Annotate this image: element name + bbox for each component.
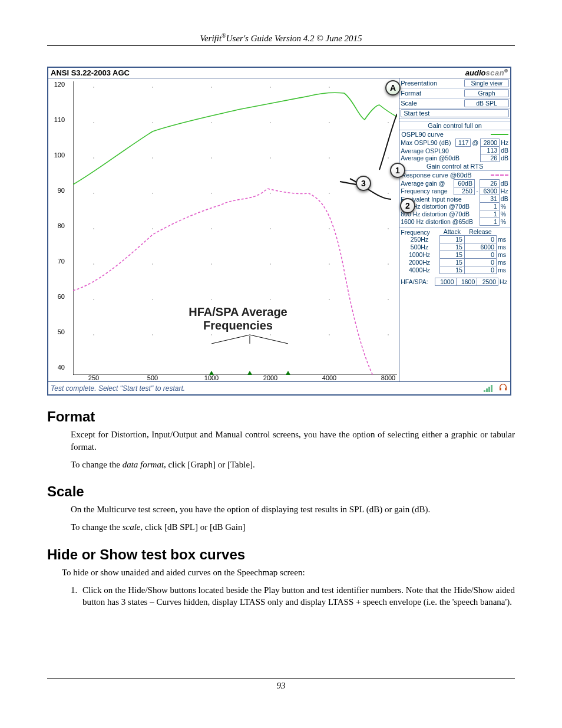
svg-point-48 — [329, 335, 330, 336]
svg-point-11 — [270, 123, 271, 124]
freq-range-label: Frequency range — [399, 187, 454, 195]
ar-release: 0 — [464, 236, 496, 243]
svg-point-46 — [211, 335, 212, 336]
d500-value: 1 — [480, 203, 500, 210]
start-test-button[interactable]: Start test — [401, 109, 509, 117]
svg-point-39 — [152, 299, 153, 301]
signal-icon — [484, 385, 492, 392]
heading-scale: Scale — [47, 483, 515, 500]
ar-attack: 15 — [439, 251, 464, 259]
svg-point-33 — [152, 264, 153, 265]
svg-point-26 — [93, 229, 94, 230]
response-curve-label: Response curve @60dB — [401, 172, 471, 179]
window-title: ANSI S3.22-2003 AGC — [51, 68, 130, 77]
chart-area: 120 110 100 90 80 70 60 50 40 — [48, 78, 399, 381]
xtick: 4000 — [322, 374, 336, 381]
svg-point-32 — [93, 264, 94, 265]
svg-point-12 — [329, 123, 330, 124]
svg-point-13 — [388, 123, 389, 124]
svg-line-50 — [211, 335, 250, 344]
legend-line-dashed-icon — [491, 174, 508, 176]
ytick: 90 — [58, 187, 65, 194]
freq-col-header: Frequency — [399, 228, 439, 236]
svg-point-25 — [388, 193, 389, 195]
xtick: 8000 — [381, 374, 395, 381]
svg-rect-54 — [505, 388, 507, 391]
svg-rect-53 — [500, 388, 501, 391]
svg-point-29 — [270, 229, 271, 230]
svg-point-5 — [270, 87, 271, 88]
ar-freq: 4000Hz — [399, 266, 439, 274]
svg-point-30 — [329, 229, 330, 230]
avg-gain-label: Average gain @ — [399, 180, 454, 187]
svg-point-24 — [329, 193, 330, 195]
ytick: 40 — [58, 364, 65, 371]
svg-point-38 — [93, 299, 94, 301]
hfa-freq-2[interactable]: 1600 — [456, 278, 477, 286]
svg-point-42 — [329, 299, 330, 301]
ytick: 80 — [58, 222, 65, 229]
legend-line-solid-icon — [491, 134, 508, 135]
status-text: Test complete. Select "Start test" to re… — [51, 384, 185, 393]
avg-gain50-value: 26 — [481, 154, 500, 162]
freq-range-lo: 250 — [454, 187, 475, 195]
presentation-select[interactable]: Single view — [464, 79, 509, 87]
section-header: Gain control at RTS — [399, 162, 510, 171]
svg-point-19 — [388, 158, 389, 159]
svg-point-43 — [388, 299, 389, 301]
svg-point-17 — [270, 158, 271, 159]
svg-point-45 — [152, 335, 153, 336]
ar-attack: 15 — [439, 266, 464, 274]
paragraph: To change the data format, click [Graph]… — [71, 459, 515, 470]
paragraph: To change the scale, click [dB SPL] or [… — [71, 521, 515, 533]
presentation-label: Presentation — [401, 80, 463, 87]
app-window: ANSI S3.22-2003 AGC audioscan® 120 110 1… — [47, 67, 511, 396]
hfa-marker-icon — [247, 371, 252, 375]
ytick: 50 — [58, 328, 65, 335]
paragraph: Except for Distortion, Input/Output and … — [71, 429, 515, 453]
svg-point-6 — [329, 87, 330, 88]
svg-point-28 — [211, 229, 212, 230]
ytick: 70 — [58, 258, 65, 265]
svg-point-22 — [211, 193, 212, 195]
d1600-value: 1 — [480, 218, 500, 226]
svg-point-41 — [270, 299, 271, 301]
side-panel: Presentation Single view Format Graph Sc… — [399, 78, 510, 381]
svg-point-31 — [388, 229, 389, 230]
page-number: 93 — [47, 678, 515, 691]
hfa-marker-icon — [286, 371, 290, 375]
scale-select[interactable]: dB SPL — [464, 99, 509, 107]
ytick: 100 — [54, 151, 65, 159]
headphones-icon — [498, 386, 508, 394]
paragraph: To hide or show unaided and aided curves… — [62, 566, 515, 578]
ar-release: 0 — [464, 259, 496, 266]
ytick: 120 — [54, 81, 65, 88]
format-label: Format — [401, 90, 463, 97]
svg-point-34 — [211, 264, 212, 265]
max-ospl90-label: Max OSPL90 (dB) — [399, 139, 455, 147]
svg-point-16 — [211, 158, 212, 159]
heading-hideshow: Hide or Show test box curves — [47, 546, 515, 563]
svg-point-15 — [152, 158, 153, 159]
hfa-freq-3[interactable]: 2500 — [477, 278, 498, 286]
ar-release: 6000 — [464, 243, 496, 251]
svg-point-35 — [270, 264, 271, 265]
heading-format: Format — [47, 409, 515, 425]
doc-header: Verifit®User's Guide Version 4.2 © June … — [47, 32, 515, 46]
svg-point-27 — [152, 229, 153, 230]
xtick: 1000 — [204, 374, 219, 381]
ar-freq: 250Hz — [399, 236, 439, 243]
xtick: 2000 — [263, 374, 277, 381]
xtick: 500 — [147, 374, 158, 381]
avg-gain-value: 26 — [480, 180, 500, 187]
freq-range-hi: 6300 — [480, 187, 500, 195]
format-select[interactable]: Graph — [464, 89, 509, 97]
ar-attack: 15 — [439, 236, 464, 243]
svg-point-18 — [329, 158, 330, 159]
hfa-freq-1[interactable]: 1000 — [435, 278, 456, 286]
svg-line-52 — [250, 335, 288, 344]
avg-gain-at-select[interactable]: 60dB — [454, 180, 475, 187]
paragraph: On the Multicurve test screen, you have … — [71, 503, 515, 515]
attack-col-header: Attack — [439, 228, 464, 236]
max-ospl90-value: 117 — [455, 139, 471, 147]
